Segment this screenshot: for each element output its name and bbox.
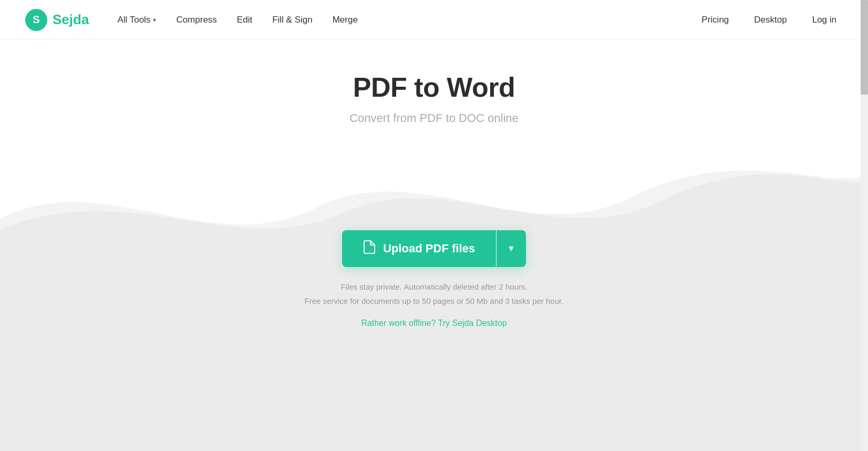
header-left: S Sejda All Tools ▾ Compress Edit Fill &… [25,9,365,31]
upload-button[interactable]: Upload PDF files [342,230,496,267]
scrollbar-thumb[interactable] [861,0,868,95]
pricing-link[interactable]: Pricing [695,11,735,29]
upload-button-label: Upload PDF files [383,242,475,255]
offline-link[interactable]: Rather work offline? Try Sejda Desktop [361,319,507,328]
upload-button-group: Upload PDF files ▼ [342,230,526,267]
header-right: Pricing Desktop Log in [695,11,843,29]
main-content: PDF to Word Convert from PDF to DOC onli… [0,40,868,451]
chevron-down-icon: ▾ [153,16,156,24]
main-nav: All Tools ▾ Compress Edit Fill & Sign Me… [110,11,365,29]
login-link[interactable]: Log in [806,11,843,29]
logo-text: Sejda [53,12,89,28]
nav-item-edit[interactable]: Edit [230,11,260,29]
dropdown-chevron-icon: ▼ [507,244,515,253]
nav-item-compress[interactable]: Compress [169,11,224,29]
desktop-link[interactable]: Desktop [748,11,793,29]
scrollbar[interactable] [861,0,868,451]
nav-item-fill-sign[interactable]: Fill & Sign [265,11,320,29]
info-text: Files stay private. Automatically delete… [305,280,564,308]
upload-area: Upload PDF files ▼ Files stay private. A… [305,230,564,328]
upload-dropdown-button[interactable]: ▼ [497,230,526,267]
info-line-1: Files stay private. Automatically delete… [305,280,564,294]
nav-item-all-tools[interactable]: All Tools ▾ [110,11,163,29]
nav-item-merge[interactable]: Merge [325,11,365,29]
header: S Sejda All Tools ▾ Compress Edit Fill &… [0,0,868,40]
page-subtitle: Convert from PDF to DOC online [349,111,519,125]
info-line-2: Free service for documents up to 50 page… [305,294,564,308]
pdf-file-icon [363,240,376,258]
logo[interactable]: S Sejda [25,9,89,31]
logo-icon: S [25,9,47,31]
page-title: PDF to Word [353,71,515,103]
